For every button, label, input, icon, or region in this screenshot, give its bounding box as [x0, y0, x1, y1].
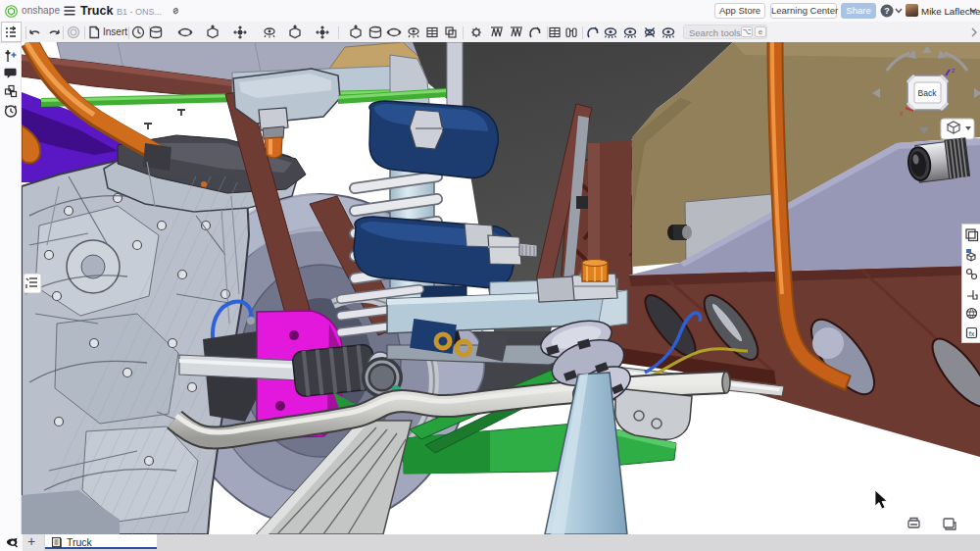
- svg-text:Back: Back: [918, 88, 938, 98]
- svg-text:z: z: [952, 67, 956, 74]
- svg-text:?: ?: [884, 6, 890, 16]
- svg-text:fx: fx: [969, 330, 975, 337]
- svg-text:x: x: [900, 110, 904, 117]
